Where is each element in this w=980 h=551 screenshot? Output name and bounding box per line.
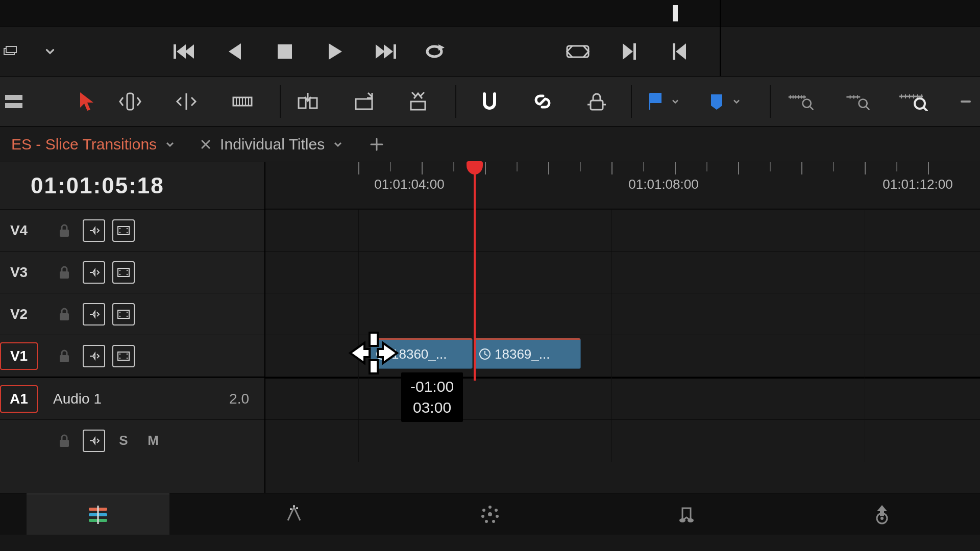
fairlight-page-button[interactable]: [615, 493, 757, 535]
video-track-icon[interactable]: [112, 303, 135, 325]
lock-icon[interactable]: [53, 345, 76, 367]
timeline-view-options-icon[interactable]: [0, 35, 28, 68]
auto-select-icon[interactable]: [83, 219, 105, 242]
overwrite-clip-button[interactable]: [349, 87, 379, 116]
track-name[interactable]: A1: [0, 385, 38, 413]
next-clip-button[interactable]: [369, 35, 401, 68]
auto-select-icon[interactable]: [83, 261, 105, 284]
chevron-down-icon[interactable]: [332, 138, 344, 151]
blade-tool[interactable]: [228, 87, 257, 116]
auto-select-icon[interactable]: [83, 345, 105, 367]
lock-icon[interactable]: [53, 219, 76, 242]
track-name[interactable]: V2: [0, 300, 38, 328]
zoom-slider-minus[interactable]: [958, 87, 974, 116]
stop-button[interactable]: [268, 35, 301, 68]
marker-dropdown[interactable]: [729, 87, 744, 116]
svg-point-60: [127, 273, 128, 274]
lock-icon[interactable]: [53, 430, 76, 452]
playhead[interactable]: [474, 162, 476, 381]
video-track-icon[interactable]: [112, 219, 135, 242]
track-lane-a1[interactable]: [265, 377, 980, 419]
zoom-detail-button[interactable]: [842, 87, 872, 116]
svg-point-94: [880, 517, 884, 520]
chevron-down-icon[interactable]: [164, 138, 176, 151]
divider: [455, 85, 456, 118]
divider: [720, 0, 721, 26]
timeline-tab-active[interactable]: ES - Slice Transitions: [0, 129, 187, 160]
track-name[interactable]: V4: [0, 217, 38, 244]
solo-button[interactable]: S: [112, 430, 135, 452]
video-clip[interactable]: 18369_...: [474, 338, 581, 369]
ruler-label: 01:01:12:00: [883, 177, 952, 192]
svg-rect-61: [60, 313, 69, 320]
svg-point-70: [119, 357, 120, 358]
replace-clip-button[interactable]: [403, 87, 433, 116]
timeline-tab[interactable]: Individual Titles: [187, 129, 355, 160]
mute-button[interactable]: M: [142, 430, 164, 452]
timeline-options-icon[interactable]: [0, 87, 29, 116]
timeline-ruler[interactable]: 01:01:04:00 01:01:08:00 01:01:12:00: [265, 162, 980, 209]
video-track-icon[interactable]: [112, 345, 135, 367]
auto-select-icon[interactable]: [83, 303, 105, 325]
track-header-v2[interactable]: V2: [0, 293, 264, 335]
svg-point-91: [679, 518, 685, 522]
track-name[interactable]: V3: [0, 259, 38, 286]
timeline-canvas[interactable]: 01:01:04:00 01:01:08:00 01:01:12:00 1836…: [265, 162, 980, 493]
track-lane-v3[interactable]: [265, 251, 980, 293]
svg-point-87: [492, 520, 495, 523]
deliver-page-button[interactable]: [811, 493, 953, 535]
dynamic-trim-tool[interactable]: [172, 87, 201, 116]
track-header-a1-controls: S M: [0, 419, 264, 461]
svg-point-71: [127, 353, 128, 354]
jog-strip[interactable]: [0, 0, 980, 27]
selection-tool[interactable]: [71, 87, 101, 116]
svg-rect-62: [118, 310, 129, 318]
snap-toggle[interactable]: [475, 87, 504, 116]
marker-button[interactable]: [706, 87, 727, 116]
play-reverse-button[interactable]: [218, 35, 251, 68]
video-track-icon[interactable]: [112, 261, 135, 284]
flag-button[interactable]: [645, 87, 666, 116]
match-frame-button[interactable]: [561, 35, 594, 68]
svg-line-22: [540, 99, 545, 104]
color-page-button[interactable]: [419, 493, 561, 535]
track-name[interactable]: V1: [0, 342, 38, 370]
divider: [720, 27, 721, 76]
svg-point-86: [496, 515, 499, 518]
svg-point-63: [119, 311, 120, 312]
lock-icon[interactable]: [53, 261, 76, 284]
position-lock-toggle[interactable]: [582, 87, 611, 116]
loop-button[interactable]: [419, 35, 451, 68]
lock-icon[interactable]: [53, 303, 76, 325]
play-button[interactable]: [318, 35, 351, 68]
timecode-display[interactable]: 01:01:05:18: [0, 162, 264, 209]
timeline-tabs: ES - Slice Transitions Individual Titles: [0, 127, 980, 162]
previous-clip-button[interactable]: [168, 35, 201, 68]
previous-marker-button[interactable]: [664, 35, 696, 68]
track-lane-v4[interactable]: [265, 209, 980, 251]
auto-select-icon[interactable]: [83, 430, 105, 452]
flag-dropdown[interactable]: [668, 87, 683, 116]
edit-page-button[interactable]: [27, 493, 169, 535]
chevron-down-icon[interactable]: [34, 35, 66, 68]
next-marker-button[interactable]: [612, 35, 645, 68]
fusion-page-button[interactable]: [223, 493, 365, 535]
zoom-custom-button[interactable]: [898, 87, 928, 116]
svg-point-69: [119, 353, 120, 354]
track-lane-a1-wave[interactable]: [265, 419, 980, 462]
track-header-a1[interactable]: A1 Audio 1 2.0: [0, 378, 264, 419]
close-icon[interactable]: [199, 137, 213, 152]
track-header-v4[interactable]: V4: [0, 209, 264, 251]
link-toggle[interactable]: [528, 87, 557, 116]
add-timeline-button[interactable]: [365, 133, 388, 156]
svg-line-32: [810, 106, 813, 109]
divider: [280, 85, 281, 118]
svg-rect-23: [591, 101, 603, 110]
track-header-v1[interactable]: V1: [0, 335, 264, 377]
track-header-v3[interactable]: V3: [0, 251, 264, 293]
zoom-full-button[interactable]: [786, 87, 816, 116]
trim-delta: -01:00: [410, 377, 454, 397]
insert-clip-button[interactable]: [293, 87, 323, 116]
trim-tool[interactable]: [115, 87, 145, 116]
jog-position-indicator[interactable]: [673, 5, 678, 21]
